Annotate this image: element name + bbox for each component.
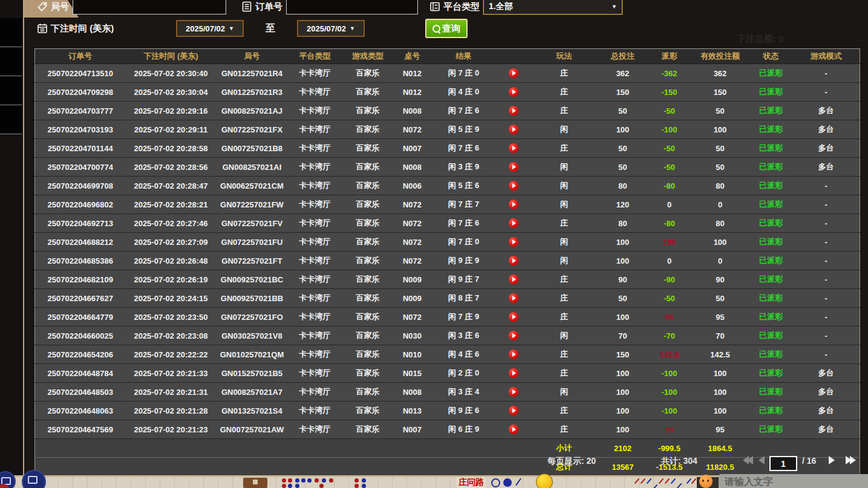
replay-button[interactable] <box>509 425 518 434</box>
table-row: 2507022046480632025-07-02 20:21:28GN0132… <box>35 402 860 420</box>
cell-result: 闲 8 庄 7 <box>431 289 497 308</box>
replay-button[interactable] <box>509 106 518 115</box>
cell-status: 已派彩 <box>749 364 793 383</box>
cell-round: GN072257021FV <box>217 214 288 233</box>
date-from-picker[interactable]: 2025/07/02 ▼ <box>176 20 244 37</box>
date-to-picker[interactable]: 2025/07/02 ▼ <box>297 20 365 37</box>
background-menu-box <box>0 76 22 105</box>
replay-button[interactable] <box>509 387 518 397</box>
cell-status: 已派彩 <box>749 177 793 195</box>
replay-button[interactable] <box>509 406 518 415</box>
cell-platform: 卡卡湾厅 <box>288 158 342 177</box>
cell-round: GN012257021R3 <box>217 83 288 102</box>
cell-mode: 多台 <box>793 139 860 158</box>
column-header: 桌号 <box>394 49 431 64</box>
page-number-input[interactable]: 1 <box>769 456 797 471</box>
replay-button[interactable] <box>509 181 518 190</box>
replay-button[interactable] <box>509 218 518 228</box>
table-row: 2507022047007742025-07-02 20:28:56GN0082… <box>35 158 860 177</box>
cell-platform: 卡卡湾厅 <box>288 252 342 270</box>
cell-time: 2025-07-02 20:23:08 <box>126 327 217 345</box>
cell-bet: 庄 <box>530 420 598 439</box>
column-header: 派彩 <box>648 49 691 64</box>
cell-total_bet: 150 <box>598 345 648 364</box>
cell-round: GN015257021B5 <box>217 364 288 383</box>
cell-total_bet: 100 <box>598 364 648 383</box>
calendar-icon <box>36 22 48 34</box>
cell-replay <box>497 195 530 214</box>
cell-mode: - <box>793 83 860 102</box>
last-page-button[interactable] <box>846 456 856 464</box>
cell-result: 闲 3 庄 9 <box>431 158 497 177</box>
cell-replay <box>497 120 530 139</box>
replay-button[interactable] <box>509 125 518 134</box>
cell-replay <box>497 214 530 233</box>
replay-button[interactable] <box>509 143 518 153</box>
replay-button[interactable] <box>509 68 518 78</box>
cell-mode: - <box>793 327 860 345</box>
cell-bet: 庄 <box>530 402 598 420</box>
replay-button[interactable] <box>509 331 518 340</box>
cell-order: 250702204709298 <box>35 83 126 102</box>
chat-input[interactable]: 请输入文字 <box>719 474 868 488</box>
cell-order: 250702204648784 <box>35 364 126 383</box>
replay-button[interactable] <box>509 162 518 172</box>
cell-result: 闲 4 庄 0 <box>431 83 497 102</box>
cell-valid_bet: 95 <box>691 308 749 327</box>
query-button[interactable]: 查询 <box>425 19 468 38</box>
cell-time: 2025-07-02 20:28:58 <box>126 139 217 158</box>
cell-valid_bet: 100 <box>691 233 749 252</box>
cell-order: 250702204696802 <box>35 195 126 214</box>
cell-bet: 庄 <box>530 345 598 364</box>
cell-game: 百家乐 <box>342 383 394 402</box>
replay-button[interactable] <box>509 237 518 247</box>
replay-button[interactable] <box>509 256 518 265</box>
cell-platform: 卡卡湾厅 <box>288 270 342 289</box>
cell-game: 百家乐 <box>342 420 394 439</box>
cell-payout: 0 <box>648 195 691 214</box>
cell-order: 250702204713510 <box>35 64 126 83</box>
replay-button[interactable] <box>509 368 518 378</box>
column-header: 订单号 <box>35 49 126 64</box>
table-row: 2507022046487842025-07-02 20:21:33GN0152… <box>35 364 860 383</box>
cell-total_bet: 80 <box>598 177 648 195</box>
background-menu-box <box>0 47 22 76</box>
round-input[interactable] <box>73 0 226 15</box>
cell-payout: -80 <box>648 177 691 195</box>
cell-round: GN007257021AW <box>217 420 288 439</box>
replay-button[interactable] <box>509 293 518 303</box>
order-filter-label: 订单号 <box>255 1 282 13</box>
platform-select[interactable]: 1.全部 ▼ <box>483 0 622 15</box>
per-page-label: 每页显示: 20 <box>547 456 596 467</box>
previous-page-button[interactable] <box>759 456 765 464</box>
cell-platform: 卡卡湾厅 <box>288 364 342 383</box>
cell-game: 百家乐 <box>342 214 394 233</box>
cell-valid_bet: 0 <box>691 252 749 270</box>
cell-total_bet: 100 <box>598 402 648 420</box>
next-page-button[interactable] <box>829 456 835 464</box>
replay-button[interactable] <box>509 200 518 209</box>
cell-replay <box>497 345 530 364</box>
cell-game: 百家乐 <box>342 177 394 195</box>
chat-placeholder: 请输入文字 <box>725 476 773 488</box>
first-page-button[interactable] <box>743 456 753 464</box>
cell-result: 闲 7 庄 9 <box>431 308 497 327</box>
cell-table: N008 <box>394 158 431 177</box>
platform-filter-label: 平台类型 <box>443 1 480 13</box>
cell-replay <box>497 364 530 383</box>
table-row: 2507022046997082025-07-02 20:28:47GN0062… <box>35 177 860 195</box>
cell-order: 250702204648503 <box>35 383 126 402</box>
table-row: 2507022046968022025-07-02 20:28:21GN0722… <box>35 195 860 214</box>
replay-button[interactable] <box>509 312 518 322</box>
cell-bet: 闲 <box>530 120 598 139</box>
bet-time-label: 下注时间 (美东) <box>51 23 139 34</box>
background-dot-symbol <box>503 478 512 487</box>
cell-round: GN030257021V8 <box>217 327 288 345</box>
replay-button[interactable] <box>509 87 518 97</box>
cell-total_bet: 362 <box>598 64 648 83</box>
replay-button[interactable] <box>509 350 518 359</box>
cell-total_bet: 50 <box>598 289 648 308</box>
order-input[interactable] <box>286 0 418 15</box>
cell-payout: -150 <box>648 83 691 102</box>
replay-button[interactable] <box>509 275 518 284</box>
